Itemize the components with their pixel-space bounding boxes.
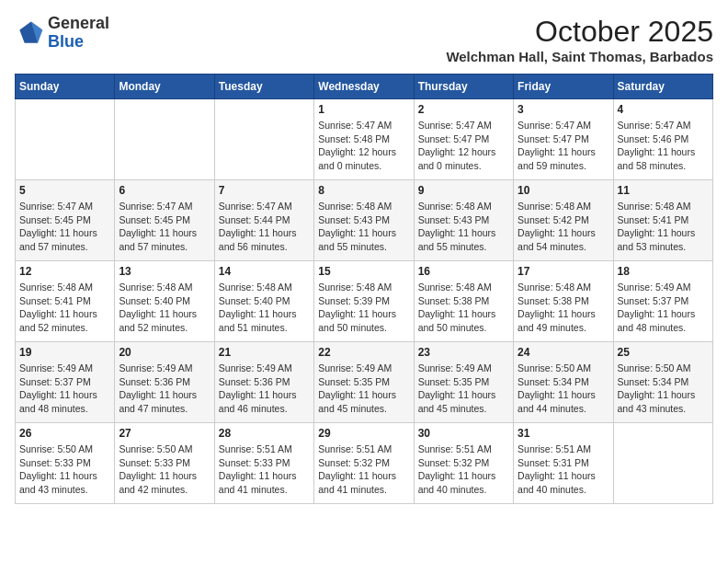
table-row: 20Sunrise: 5:49 AMSunset: 5:36 PMDayligh… [115, 342, 214, 423]
day-info: Sunrise: 5:47 AMSunset: 5:45 PMDaylight:… [19, 200, 110, 254]
table-row: 27Sunrise: 5:50 AMSunset: 5:33 PMDayligh… [115, 423, 214, 504]
day-info: Sunrise: 5:49 AMSunset: 5:37 PMDaylight:… [618, 281, 709, 335]
table-row [613, 423, 712, 504]
table-row: 26Sunrise: 5:50 AMSunset: 5:33 PMDayligh… [16, 423, 115, 504]
table-row: 3Sunrise: 5:47 AMSunset: 5:47 PMDaylight… [514, 99, 613, 180]
table-row: 13Sunrise: 5:48 AMSunset: 5:40 PMDayligh… [115, 261, 214, 342]
day-number: 6 [119, 184, 210, 197]
day-number: 9 [418, 184, 509, 197]
col-friday: Friday [514, 75, 613, 99]
day-info: Sunrise: 5:51 AMSunset: 5:33 PMDaylight:… [219, 442, 310, 497]
location-title: Welchman Hall, Saint Thomas, Barbados [446, 49, 713, 64]
table-row [16, 99, 115, 180]
day-info: Sunrise: 5:51 AMSunset: 5:31 PMDaylight:… [518, 442, 609, 497]
day-number: 19 [19, 346, 110, 359]
col-wednesday: Wednesday [314, 75, 414, 99]
day-number: 11 [618, 184, 709, 197]
table-row: 11Sunrise: 5:48 AMSunset: 5:41 PMDayligh… [613, 180, 712, 261]
logo: General Blue [15, 15, 109, 52]
day-info: Sunrise: 5:47 AMSunset: 5:45 PMDaylight:… [119, 200, 210, 254]
day-number: 24 [518, 346, 609, 359]
day-info: Sunrise: 5:48 AMSunset: 5:38 PMDaylight:… [518, 281, 609, 335]
day-info: Sunrise: 5:49 AMSunset: 5:36 PMDaylight:… [219, 362, 310, 416]
col-sunday: Sunday [16, 75, 115, 99]
table-row: 5Sunrise: 5:47 AMSunset: 5:45 PMDaylight… [16, 180, 115, 261]
day-number: 13 [119, 265, 210, 278]
day-info: Sunrise: 5:48 AMSunset: 5:40 PMDaylight:… [219, 281, 310, 335]
day-info: Sunrise: 5:47 AMSunset: 5:48 PMDaylight:… [318, 119, 409, 173]
day-info: Sunrise: 5:48 AMSunset: 5:41 PMDaylight:… [618, 200, 709, 254]
day-info: Sunrise: 5:48 AMSunset: 5:38 PMDaylight:… [418, 281, 509, 335]
month-title: October 2025 [446, 15, 713, 49]
day-number: 21 [219, 346, 310, 359]
day-info: Sunrise: 5:47 AMSunset: 5:47 PMDaylight:… [518, 119, 609, 173]
day-number: 3 [518, 103, 609, 116]
day-number: 15 [318, 265, 409, 278]
table-row: 4Sunrise: 5:47 AMSunset: 5:46 PMDaylight… [613, 99, 712, 180]
table-row: 31Sunrise: 5:51 AMSunset: 5:31 PMDayligh… [514, 423, 613, 504]
day-number: 8 [318, 184, 409, 197]
day-number: 31 [518, 427, 609, 440]
table-row: 10Sunrise: 5:48 AMSunset: 5:42 PMDayligh… [514, 180, 613, 261]
day-info: Sunrise: 5:50 AMSunset: 5:34 PMDaylight:… [618, 362, 709, 416]
day-info: Sunrise: 5:47 AMSunset: 5:46 PMDaylight:… [618, 119, 709, 173]
logo-icon [15, 18, 44, 48]
table-row [214, 99, 313, 180]
day-info: Sunrise: 5:49 AMSunset: 5:35 PMDaylight:… [318, 362, 409, 416]
calendar-week-row: 26Sunrise: 5:50 AMSunset: 5:33 PMDayligh… [16, 423, 713, 504]
day-info: Sunrise: 5:51 AMSunset: 5:32 PMDaylight:… [418, 442, 509, 497]
day-info: Sunrise: 5:49 AMSunset: 5:36 PMDaylight:… [119, 362, 210, 416]
day-number: 25 [618, 346, 709, 359]
col-monday: Monday [115, 75, 214, 99]
table-row: 30Sunrise: 5:51 AMSunset: 5:32 PMDayligh… [414, 423, 513, 504]
table-row: 28Sunrise: 5:51 AMSunset: 5:33 PMDayligh… [214, 423, 313, 504]
day-info: Sunrise: 5:48 AMSunset: 5:42 PMDaylight:… [518, 200, 609, 254]
title-block: October 2025 Welchman Hall, Saint Thomas… [446, 15, 713, 64]
day-number: 10 [518, 184, 609, 197]
table-row: 16Sunrise: 5:48 AMSunset: 5:38 PMDayligh… [414, 261, 513, 342]
table-row: 25Sunrise: 5:50 AMSunset: 5:34 PMDayligh… [613, 342, 712, 423]
calendar-table: Sunday Monday Tuesday Wednesday Thursday… [15, 74, 713, 504]
day-info: Sunrise: 5:48 AMSunset: 5:39 PMDaylight:… [318, 281, 409, 335]
day-number: 4 [618, 103, 709, 116]
calendar-header-row: Sunday Monday Tuesday Wednesday Thursday… [16, 75, 713, 99]
table-row: 12Sunrise: 5:48 AMSunset: 5:41 PMDayligh… [16, 261, 115, 342]
day-number: 27 [119, 427, 210, 440]
table-row: 15Sunrise: 5:48 AMSunset: 5:39 PMDayligh… [314, 261, 414, 342]
calendar-week-row: 5Sunrise: 5:47 AMSunset: 5:45 PMDaylight… [16, 180, 713, 261]
day-number: 2 [418, 103, 509, 116]
table-row: 24Sunrise: 5:50 AMSunset: 5:34 PMDayligh… [514, 342, 613, 423]
day-number: 16 [418, 265, 509, 278]
day-number: 12 [19, 265, 110, 278]
table-row: 18Sunrise: 5:49 AMSunset: 5:37 PMDayligh… [613, 261, 712, 342]
col-tuesday: Tuesday [214, 75, 313, 99]
page-header: General Blue October 2025 Welchman Hall,… [15, 15, 713, 64]
table-row: 6Sunrise: 5:47 AMSunset: 5:45 PMDaylight… [115, 180, 214, 261]
day-info: Sunrise: 5:50 AMSunset: 5:33 PMDaylight:… [119, 442, 210, 497]
table-row: 8Sunrise: 5:48 AMSunset: 5:43 PMDaylight… [314, 180, 414, 261]
col-saturday: Saturday [613, 75, 712, 99]
day-info: Sunrise: 5:50 AMSunset: 5:33 PMDaylight:… [19, 442, 110, 497]
table-row: 9Sunrise: 5:48 AMSunset: 5:43 PMDaylight… [414, 180, 513, 261]
day-info: Sunrise: 5:48 AMSunset: 5:41 PMDaylight:… [19, 281, 110, 335]
day-number: 1 [318, 103, 409, 116]
day-number: 29 [318, 427, 409, 440]
day-number: 18 [618, 265, 709, 278]
logo-text: General Blue [48, 15, 109, 52]
table-row: 14Sunrise: 5:48 AMSunset: 5:40 PMDayligh… [214, 261, 313, 342]
table-row: 17Sunrise: 5:48 AMSunset: 5:38 PMDayligh… [514, 261, 613, 342]
day-info: Sunrise: 5:51 AMSunset: 5:32 PMDaylight:… [318, 442, 409, 497]
day-number: 30 [418, 427, 509, 440]
table-row: 23Sunrise: 5:49 AMSunset: 5:35 PMDayligh… [414, 342, 513, 423]
day-info: Sunrise: 5:48 AMSunset: 5:43 PMDaylight:… [418, 200, 509, 254]
day-number: 5 [19, 184, 110, 197]
table-row: 22Sunrise: 5:49 AMSunset: 5:35 PMDayligh… [314, 342, 414, 423]
day-number: 23 [418, 346, 509, 359]
day-info: Sunrise: 5:50 AMSunset: 5:34 PMDaylight:… [518, 362, 609, 416]
table-row [115, 99, 214, 180]
day-number: 26 [19, 427, 110, 440]
day-number: 14 [219, 265, 310, 278]
day-info: Sunrise: 5:48 AMSunset: 5:40 PMDaylight:… [119, 281, 210, 335]
day-number: 17 [518, 265, 609, 278]
logo-general: General [48, 14, 109, 32]
